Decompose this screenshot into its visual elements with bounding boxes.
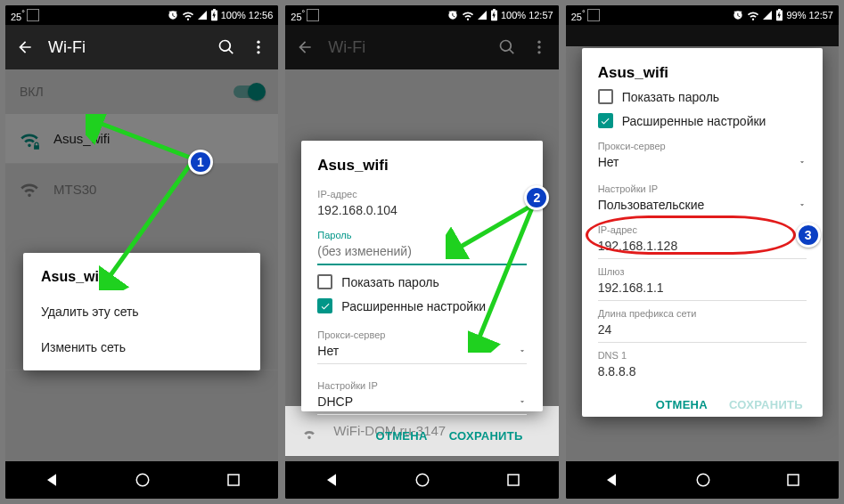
battery-charging-icon bbox=[490, 9, 498, 21]
temperature: 25° bbox=[11, 9, 25, 22]
nav-home-icon[interactable] bbox=[695, 472, 711, 488]
no-sim-icon bbox=[307, 9, 319, 21]
ip-settings-dropdown[interactable]: Пользовательские bbox=[598, 194, 807, 217]
chevron-down-icon bbox=[798, 200, 807, 209]
status-bar: 25° 100% 12:57 bbox=[285, 5, 558, 25]
overflow-menu-icon[interactable] bbox=[250, 38, 267, 56]
proxy-dropdown[interactable]: Нет bbox=[598, 151, 807, 175]
show-password-checkbox[interactable] bbox=[317, 274, 332, 289]
nav-recent-icon[interactable] bbox=[225, 472, 242, 488]
cancel-button[interactable]: ОТМЕНА bbox=[373, 424, 431, 448]
app-bar: Wi-Fi bbox=[285, 25, 558, 69]
gateway-field[interactable]: 192.168.1.1 bbox=[598, 277, 807, 301]
nav-home-icon[interactable] bbox=[414, 472, 430, 488]
back-icon[interactable] bbox=[16, 38, 34, 56]
save-button[interactable]: СОХРАНИТЬ bbox=[446, 424, 527, 448]
content-area: Asus_wifi Показать пароль Расширенные на… bbox=[566, 46, 839, 461]
save-button[interactable]: СОХРАНИТЬ bbox=[725, 393, 807, 417]
svg-rect-15 bbox=[788, 475, 799, 485]
content-area: ВКЛ Asus_wifi MTS30 RADIUS Asus_wifi Уд bbox=[5, 69, 278, 461]
chevron-down-icon bbox=[798, 158, 807, 167]
show-password-row[interactable]: Показать пароль bbox=[598, 89, 807, 104]
password-field[interactable] bbox=[317, 240, 526, 265]
page-title: Wi-Fi bbox=[48, 38, 86, 57]
advanced-options-checkbox[interactable] bbox=[598, 113, 613, 128]
advanced-options-label: Расширенные настройки bbox=[622, 114, 766, 128]
status-bar: 25° 100% 12:56 bbox=[5, 5, 278, 25]
nav-back-icon[interactable] bbox=[602, 471, 620, 489]
ip-settings-dropdown[interactable]: DHCP bbox=[317, 391, 526, 415]
alarm-icon bbox=[167, 9, 179, 21]
scrim-overlay bbox=[566, 25, 839, 46]
nav-recent-icon[interactable] bbox=[785, 472, 801, 488]
modify-network-option[interactable]: Изменить сеть bbox=[23, 329, 260, 365]
password-input[interactable] bbox=[317, 240, 526, 264]
advanced-options-row[interactable]: Расширенные настройки bbox=[317, 298, 526, 313]
clock: 12:57 bbox=[529, 10, 553, 20]
cell-signal-icon bbox=[197, 10, 208, 20]
svg-point-14 bbox=[697, 474, 709, 486]
dialog-title: Asus_wifi bbox=[317, 157, 526, 175]
nav-recent-icon[interactable] bbox=[505, 472, 521, 488]
svg-point-3 bbox=[136, 474, 149, 486]
status-bar: 25° 99% 12:57 bbox=[566, 5, 839, 25]
svg-rect-4 bbox=[228, 475, 239, 485]
svg-rect-11 bbox=[508, 475, 519, 485]
svg-point-1 bbox=[258, 45, 260, 48]
show-password-checkbox[interactable] bbox=[598, 89, 613, 104]
cell-signal-icon bbox=[762, 10, 773, 20]
prefix-length-field[interactable]: 24 bbox=[598, 319, 807, 343]
password-label: Пароль bbox=[317, 230, 526, 240]
dns1-label: DNS 1 bbox=[598, 350, 807, 361]
no-sim-icon bbox=[27, 9, 39, 21]
dialog-title: Asus_wifi bbox=[598, 64, 807, 82]
advanced-options-row[interactable]: Расширенные настройки bbox=[598, 113, 807, 128]
show-password-label: Показать пароль bbox=[341, 275, 439, 289]
content-area: WiFi-DOM.ru-3147 Asus_wifi IP-адрес 192.… bbox=[285, 69, 558, 461]
ip-settings-label: Настройки IP bbox=[317, 380, 526, 391]
nav-back-icon[interactable] bbox=[43, 471, 61, 489]
nav-back-icon[interactable] bbox=[323, 471, 340, 489]
wifi-signal-icon bbox=[182, 9, 194, 21]
phone-screenshot-3: 25° 99% 12:57 Asus_wifi Показать пароль … bbox=[566, 5, 839, 499]
nav-bar bbox=[566, 461, 839, 499]
proxy-dropdown[interactable]: Нет bbox=[317, 340, 526, 364]
nav-home-icon[interactable] bbox=[135, 472, 151, 488]
modify-network-dialog: Asus_wifi IP-адрес 192.168.0.104 Пароль … bbox=[301, 141, 542, 411]
clock: 12:57 bbox=[808, 10, 833, 20]
proxy-value: Нет bbox=[317, 344, 339, 358]
no-sim-icon bbox=[587, 9, 600, 21]
search-icon[interactable] bbox=[217, 38, 235, 56]
svg-point-0 bbox=[258, 41, 260, 44]
ip-settings-label: Настройки IP bbox=[598, 183, 807, 194]
battery-percent: 99% bbox=[786, 10, 806, 20]
advanced-options-checkbox[interactable] bbox=[317, 298, 332, 313]
context-menu-title: Asus_wifi bbox=[23, 265, 260, 294]
ip-address-field[interactable]: 192.168.1.128 bbox=[598, 235, 807, 259]
prefix-length-label: Длина префикса сети bbox=[598, 308, 807, 319]
forget-network-option[interactable]: Удалить эту сеть bbox=[23, 294, 260, 329]
temperature: 25° bbox=[571, 9, 586, 22]
battery-charging-icon bbox=[210, 9, 218, 21]
cancel-button[interactable]: ОТМЕНА bbox=[652, 393, 711, 417]
svg-point-2 bbox=[258, 51, 260, 53]
app-bar: Wi-Fi bbox=[5, 25, 278, 69]
ip-address-label: IP-адрес bbox=[317, 189, 526, 199]
alarm-icon bbox=[732, 9, 744, 21]
wifi-secured-icon bbox=[299, 421, 319, 441]
battery-percent: 100% bbox=[221, 10, 246, 20]
svg-point-10 bbox=[417, 474, 430, 486]
ip-settings-value: DHCP bbox=[317, 394, 353, 409]
proxy-label: Прокси-сервер bbox=[598, 141, 807, 151]
chevron-down-icon bbox=[518, 346, 527, 355]
wifi-signal-icon bbox=[462, 9, 474, 21]
show-password-row[interactable]: Показать пароль bbox=[317, 274, 526, 289]
show-password-label: Показать пароль bbox=[622, 90, 720, 104]
modify-network-dialog: Asus_wifi Показать пароль Расширенные на… bbox=[582, 48, 823, 417]
chevron-down-icon bbox=[518, 397, 527, 406]
proxy-value: Нет bbox=[598, 155, 619, 169]
battery-percent: 100% bbox=[501, 10, 526, 20]
phone-screenshot-2: 25° 100% 12:57 Wi-Fi WiFi-DOM.ru-3147 As… bbox=[285, 5, 558, 499]
battery-charging-icon bbox=[775, 9, 783, 21]
dns1-field[interactable]: 8.8.8.8 bbox=[598, 361, 807, 384]
